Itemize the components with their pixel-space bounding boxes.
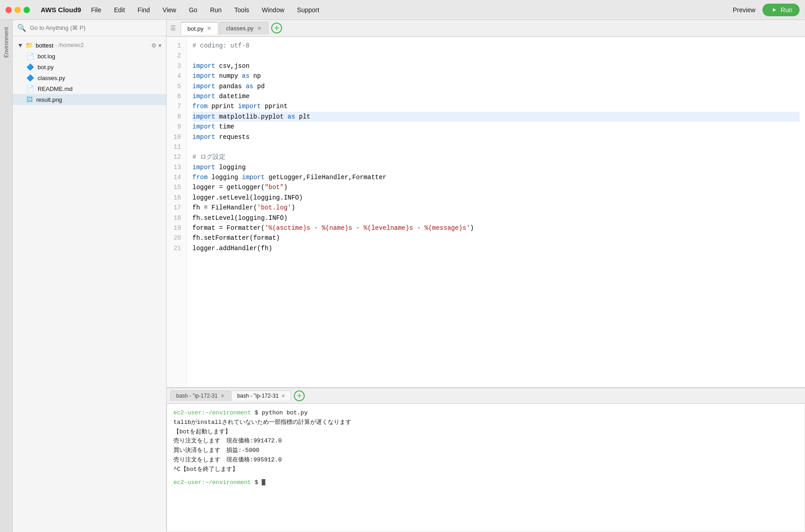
code-line-17: fh = FileHandler('bot.log') <box>192 203 800 213</box>
file-item-bot-log[interactable]: 📄 bot.log <box>13 51 166 62</box>
file-name: README.md <box>38 86 72 92</box>
terminal-cursor <box>262 479 265 485</box>
expand-arrow-icon: ▼ <box>17 42 24 49</box>
folder-name: bottest <box>36 42 53 49</box>
code-line-20: fh.setFormatter(format) <box>192 233 800 243</box>
menu-tools[interactable]: Tools <box>232 5 252 15</box>
terminal-output-line-2: 【botを起動します】 <box>173 428 798 437</box>
code-line-8: import matplotlib.pyplot as plt <box>192 112 800 122</box>
editor-area: ☰ bot.py ✕ classes.py ✕ + 12345678910111… <box>167 20 805 532</box>
folder-icon: 📁 <box>25 42 33 49</box>
file-icon-py: 🔷 <box>26 74 34 81</box>
gear-icon[interactable]: ⚙ ▾ <box>151 42 162 49</box>
file-icon-py: 🔷 <box>26 63 34 71</box>
terminal-output-line-1: talibがinstallされていないため一部指標の計算が遅くなります <box>173 418 798 428</box>
code-line-2 <box>192 51 800 61</box>
file-item-bot-py[interactable]: 🔷 bot.py <box>13 62 166 72</box>
code-line-12: # ログ設定 <box>192 152 800 162</box>
terminal-output-line-6: ^C【botを終了します】 <box>173 465 798 475</box>
tab-label: classes.py <box>226 25 254 32</box>
environment-tab-label[interactable]: Environment <box>1 24 11 61</box>
code-line-3: import csv,json <box>192 61 800 71</box>
folder-bottest[interactable]: ▼ 📁 bottest - /home/ec2 ⚙ ▾ <box>13 40 166 51</box>
search-bar: 🔍 <box>13 20 166 36</box>
terminal-tabs: bash - "ip-172-31 ✕ bash - "ip-172-31 ✕ … <box>167 388 805 404</box>
file-name: result.png <box>36 96 62 103</box>
file-tree: ▼ 📁 bottest - /home/ec2 ⚙ ▾ 📄 bot.log 🔷 … <box>13 36 166 532</box>
terminal-tab-1-label: bash - "ip-172-31 <box>176 393 218 399</box>
code-line-15: logger = getLogger("bot") <box>192 182 800 192</box>
terminal-tab-2-label: bash - "ip-172-31 <box>237 393 279 399</box>
main-layout: Environment 🔍 ▼ 📁 bottest - /home/ec2 ⚙ … <box>0 20 805 532</box>
code-line-19: format = Formatter('%(asctime)s - %(name… <box>192 223 800 233</box>
terminal-area: bash - "ip-172-31 ✕ bash - "ip-172-31 ✕ … <box>167 387 805 532</box>
terminal-prompt2: ec2-user:~/environment <box>173 479 251 486</box>
run-play-icon <box>770 6 778 14</box>
code-line-1: # coding: utf-8 <box>192 41 800 51</box>
close-terminal-tab-1[interactable]: ✕ <box>220 393 225 399</box>
editor-tabs: ☰ bot.py ✕ classes.py ✕ + <box>167 20 805 37</box>
menu-view[interactable]: View <box>160 5 179 15</box>
folder-path: - /home/ec2 <box>55 42 84 48</box>
tab-label: bot.py <box>187 25 203 32</box>
terminal-prompt: ec2-user:~/environment <box>173 409 251 416</box>
app-brand: AWS Cloud9 <box>41 6 81 14</box>
terminal-prompt-line2: ec2-user:~/environment $ <box>173 478 798 488</box>
window-controls <box>5 7 30 13</box>
menu-support[interactable]: Support <box>294 5 322 15</box>
tab-file-icon: ☰ <box>170 24 176 32</box>
sidebar-tab[interactable]: Environment <box>0 20 13 532</box>
file-item-classes-py[interactable]: 🔷 classes.py <box>13 72 166 83</box>
menu-run[interactable]: Run <box>207 5 225 15</box>
terminal-content[interactable]: ec2-user:~/environment $ python bot.py t… <box>167 404 805 532</box>
terminal-output-line-4: 買い決済をします 損益:-5000 <box>173 446 798 456</box>
menu-file[interactable]: File <box>88 5 104 15</box>
file-item-readme-md[interactable]: 📄 README.md <box>13 83 166 94</box>
file-icon-png: 🖼 <box>26 96 33 103</box>
code-editor[interactable]: 123456789101112131415161718192021 # codi… <box>167 37 805 387</box>
search-input[interactable] <box>30 24 162 31</box>
minimize-window-button[interactable] <box>14 7 21 13</box>
code-line-5: import pandas as pd <box>192 81 800 91</box>
close-tab-classes-py[interactable]: ✕ <box>257 25 262 32</box>
file-icon-log: 📄 <box>26 52 34 60</box>
code-line-16: logger.setLevel(logging.INFO) <box>192 193 800 203</box>
tab-classes-py[interactable]: classes.py ✕ <box>219 22 268 34</box>
code-line-10: import requests <box>192 132 800 142</box>
add-terminal-tab-button[interactable]: + <box>294 390 305 401</box>
terminal-tab-2[interactable]: bash - "ip-172-31 ✕ <box>231 390 292 401</box>
file-item-result-png[interactable]: 🖼 result.png <box>13 94 166 105</box>
file-name: bot.py <box>38 64 53 71</box>
code-line-18: fh.setLevel(logging.INFO) <box>192 213 800 223</box>
terminal-output-line-5: 売り注文をします 現在価格:995912.0 <box>173 456 798 465</box>
file-name: bot.log <box>38 53 55 60</box>
code-content[interactable]: # coding: utf-8 import csv,jsonimport nu… <box>187 37 805 387</box>
menu-window[interactable]: Window <box>259 5 287 15</box>
code-line-14: from logging import getLogger,FileHandle… <box>192 172 800 182</box>
menu-edit[interactable]: Edit <box>111 5 128 15</box>
close-tab-bot-py[interactable]: ✕ <box>207 25 211 32</box>
tab-bot-py[interactable]: bot.py ✕ <box>181 22 218 35</box>
terminal-line-prompt1: ec2-user:~/environment $ python bot.py <box>173 408 798 418</box>
add-tab-button[interactable]: + <box>271 23 282 33</box>
close-terminal-tab-2[interactable]: ✕ <box>281 393 285 399</box>
file-icon-md: 📄 <box>26 85 34 92</box>
run-button[interactable]: Run <box>762 4 800 16</box>
code-line-11 <box>192 142 800 152</box>
terminal-cmd2: $ <box>254 479 262 486</box>
line-numbers: 123456789101112131415161718192021 <box>167 37 187 387</box>
maximize-window-button[interactable] <box>24 7 30 13</box>
code-line-4: import numpy as np <box>192 71 800 81</box>
code-line-13: import logging <box>192 162 800 172</box>
code-line-6: import datetime <box>192 91 800 101</box>
menu-find[interactable]: Find <box>135 5 153 15</box>
code-line-7: from pprint import pprint <box>192 101 800 111</box>
preview-button[interactable]: Preview <box>733 6 756 14</box>
terminal-tab-1[interactable]: bash - "ip-172-31 ✕ <box>170 390 230 401</box>
titlebar: AWS Cloud9 File Edit Find View Go Run To… <box>0 0 805 20</box>
close-window-button[interactable] <box>5 7 12 13</box>
search-icon: 🔍 <box>17 24 26 32</box>
code-line-9: import time <box>192 122 800 132</box>
code-line-21: logger.addHandler(fh) <box>192 243 800 253</box>
menu-go[interactable]: Go <box>186 5 200 15</box>
